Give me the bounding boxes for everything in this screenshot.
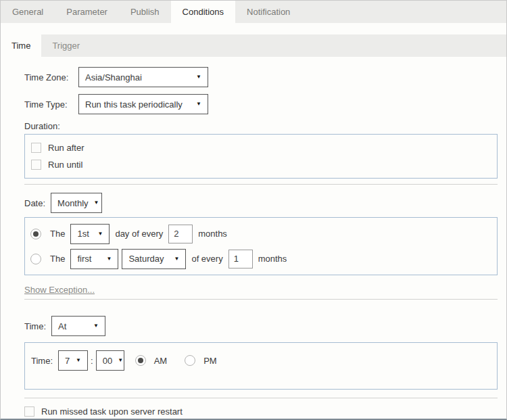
scheduler-conditions-panel: General Parameter Publish Conditions Not… bbox=[0, 0, 507, 420]
sub-tabbar: Time Trigger bbox=[1, 34, 506, 57]
hour-select[interactable]: 7 ▼ bbox=[58, 350, 88, 371]
time-mode-value: At bbox=[58, 321, 88, 331]
monthly-weekday-suffix: months bbox=[258, 254, 287, 264]
time-condition-form: Time Zone: Asia/Shanghai ▼ Time Type: Ru… bbox=[1, 57, 506, 417]
run-after-label: Run after bbox=[48, 143, 84, 153]
time-zone-row: Time Zone: Asia/Shanghai ▼ bbox=[24, 67, 498, 87]
date-row: Date: Monthly ▼ bbox=[24, 193, 498, 213]
run-missed-row: Run missed task upon server restart bbox=[24, 398, 498, 417]
run-until-row: Run until bbox=[31, 156, 491, 173]
time-mode-row: Time: At ▼ bbox=[24, 316, 498, 336]
day-ordinal-select[interactable]: 1st ▼ bbox=[70, 224, 110, 244]
chevron-down-icon: ▼ bbox=[94, 200, 99, 206]
weekday-ordinal-select[interactable]: first ▼ bbox=[70, 249, 118, 269]
time-type-label: Time Type: bbox=[24, 99, 78, 110]
chevron-down-icon: ▼ bbox=[93, 323, 99, 329]
date-frequency-select[interactable]: Monthly ▼ bbox=[51, 193, 102, 213]
duration-label: Duration: bbox=[24, 121, 498, 131]
time-type-value: Run this task periodically bbox=[85, 99, 191, 110]
run-missed-checkbox[interactable] bbox=[24, 406, 34, 417]
run-after-checkbox[interactable] bbox=[31, 143, 41, 153]
show-exception-link[interactable]: Show Exception... bbox=[24, 285, 95, 295]
time-mode-select[interactable]: At ▼ bbox=[51, 316, 105, 336]
monthly-day-radio[interactable] bbox=[30, 229, 41, 239]
weekday-month-interval-input[interactable]: 1 bbox=[228, 250, 253, 269]
monthly-weekday-prefix: The bbox=[50, 254, 65, 264]
chevron-down-icon: ▼ bbox=[76, 358, 81, 363]
hour-value: 7 bbox=[65, 356, 70, 366]
minute-value: 00 bbox=[103, 356, 112, 366]
chevron-down-icon: ▼ bbox=[196, 101, 201, 107]
monthly-day-prefix: The bbox=[50, 229, 65, 239]
run-after-row: Run after bbox=[31, 139, 491, 156]
weekday-value: Saturday bbox=[128, 254, 168, 264]
time-zone-value: Asia/Shanghai bbox=[85, 72, 191, 83]
time-at-row: Time: 7 ▼ : 00 ▼ AM PM bbox=[31, 350, 217, 371]
chevron-down-icon: ▼ bbox=[196, 74, 201, 80]
subtab-trigger[interactable]: Trigger bbox=[41, 34, 91, 57]
monthly-day-middle-text: day of every bbox=[115, 229, 163, 239]
subtab-time[interactable]: Time bbox=[1, 34, 41, 57]
monthly-day-suffix: months bbox=[198, 229, 227, 239]
date-frequency-value: Monthly bbox=[57, 198, 89, 208]
chevron-down-icon: ▼ bbox=[97, 231, 103, 237]
monthly-weekday-option-row: The first ▼ Saturday ▼ of every 1 months bbox=[30, 246, 491, 271]
tab-general[interactable]: General bbox=[1, 1, 55, 23]
am-radio[interactable] bbox=[135, 355, 146, 366]
monthly-options-group: The 1st ▼ day of every 2 months The firs… bbox=[24, 217, 498, 275]
chevron-down-icon: ▼ bbox=[106, 256, 112, 262]
am-label: AM bbox=[154, 356, 168, 366]
time-mode-label: Time: bbox=[24, 321, 46, 331]
tab-conditions[interactable]: Conditions bbox=[171, 1, 235, 23]
separator bbox=[24, 184, 498, 185]
chevron-down-icon: ▼ bbox=[174, 256, 179, 262]
weekday-select[interactable]: Saturday ▼ bbox=[122, 249, 186, 269]
time-colon: : bbox=[91, 356, 93, 366]
monthly-weekday-radio[interactable] bbox=[30, 254, 41, 264]
monthly-day-option-row: The 1st ▼ day of every 2 months bbox=[30, 221, 491, 246]
run-until-checkbox[interactable] bbox=[31, 160, 41, 170]
duration-group: Run after Run until bbox=[24, 134, 498, 179]
time-at-label: Time: bbox=[31, 356, 53, 366]
time-zone-label: Time Zone: bbox=[24, 72, 78, 83]
separator bbox=[24, 299, 498, 300]
day-ordinal-value: 1st bbox=[77, 229, 92, 239]
time-type-select[interactable]: Run this task periodically ▼ bbox=[78, 94, 208, 114]
run-until-label: Run until bbox=[48, 160, 82, 170]
tab-notification[interactable]: Notification bbox=[235, 1, 301, 23]
tab-publish[interactable]: Publish bbox=[119, 1, 171, 23]
tab-gap bbox=[1, 23, 506, 34]
chevron-down-icon: ▼ bbox=[118, 358, 123, 363]
date-label: Date: bbox=[24, 198, 45, 208]
pm-radio[interactable] bbox=[185, 355, 195, 366]
main-tabbar: General Parameter Publish Conditions Not… bbox=[1, 1, 506, 23]
time-at-group: Time: 7 ▼ : 00 ▼ AM PM bbox=[24, 342, 498, 390]
pm-label: PM bbox=[203, 356, 217, 366]
monthly-weekday-middle-text: of every bbox=[191, 254, 222, 264]
tab-parameter[interactable]: Parameter bbox=[55, 1, 119, 23]
month-interval-input[interactable]: 2 bbox=[168, 225, 193, 243]
time-type-row: Time Type: Run this task periodically ▼ bbox=[24, 94, 498, 114]
weekday-ordinal-value: first bbox=[77, 254, 101, 264]
time-zone-select[interactable]: Asia/Shanghai ▼ bbox=[78, 67, 208, 87]
minute-select[interactable]: 00 ▼ bbox=[96, 350, 124, 371]
run-missed-label: Run missed task upon server restart bbox=[41, 406, 183, 417]
